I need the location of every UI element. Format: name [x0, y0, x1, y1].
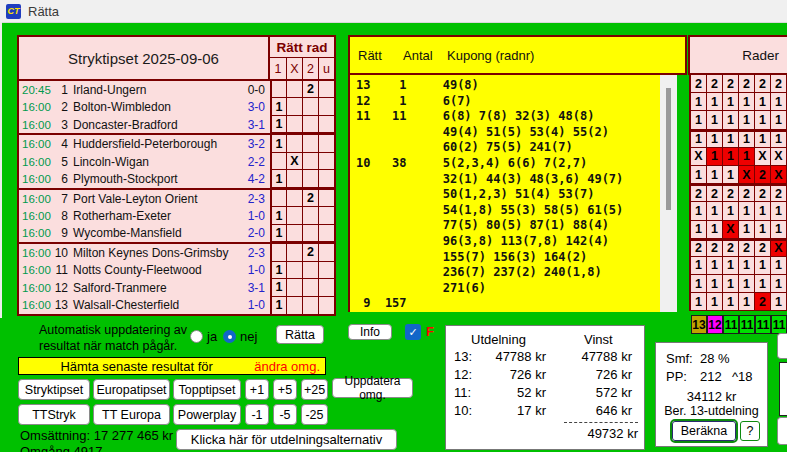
rader-cell: 1: [707, 275, 723, 293]
result-mark-cell: [318, 297, 334, 314]
match-teams: Irland-Ungern: [68, 81, 238, 98]
cutoff-button-bottom[interactable]: [777, 417, 787, 445]
match-number: 3: [51, 116, 68, 133]
radio-ja[interactable]: [190, 330, 203, 343]
payout-alternatives-button[interactable]: Klicka här för utdelningsalternativ: [176, 429, 397, 450]
rader-cell: 1: [707, 148, 723, 166]
result-mark-cell: [286, 116, 302, 133]
rader-cell: 1: [707, 130, 723, 148]
rader-cell: 1: [739, 148, 755, 166]
auto-update-label: Automatisk uppdatering av resultat när m…: [39, 322, 199, 354]
rader-cell: 1: [691, 202, 707, 220]
rader-cell: X: [771, 148, 787, 166]
ratta-button[interactable]: Rätta: [276, 325, 324, 344]
rader-cell: X: [771, 166, 787, 184]
result-mark-cell: 2: [302, 244, 318, 261]
match-teams: Huddersfield-Peterborough: [68, 135, 238, 152]
topptipset-button[interactable]: Topptipset: [173, 379, 241, 400]
f-checkbox[interactable]: ✓: [405, 324, 421, 340]
match-table: Stryktipset 2025-09-06 Rätt rad 1 X 2 u …: [17, 35, 336, 316]
info-button[interactable]: Info: [348, 324, 392, 340]
match-time: 16:00: [19, 225, 51, 242]
cutoff-button-top[interactable]: [777, 333, 787, 359]
rader-cell: 1: [739, 275, 755, 293]
result-mark-cell: [286, 262, 302, 279]
match-teams: Bolton-Wimbledon: [68, 98, 238, 115]
result-mark-cell: [302, 153, 318, 170]
help-button[interactable]: ?: [740, 421, 760, 441]
plus5-button[interactable]: +5: [273, 379, 297, 400]
result-mark-cell: 2: [302, 190, 318, 207]
payout-row: 11:52 kr572 kr: [446, 383, 644, 401]
europatipset-button[interactable]: Europatipset: [93, 379, 170, 400]
update-round-button[interactable]: Uppdatera omg.: [332, 378, 413, 398]
win-amount: 47788 kr: [546, 349, 632, 364]
rader-cell: 1: [691, 257, 707, 275]
match-rows: 20:451Irland-Ungern0-0216:002Bolton-Wimb…: [19, 81, 334, 314]
sign-headers: 1 X 2 u: [270, 58, 334, 79]
rader-cell: 1: [755, 257, 771, 275]
rader-cell: 1: [771, 257, 787, 275]
match-score: 3-2: [238, 135, 270, 152]
rader-cell: 1: [771, 111, 787, 129]
estimated-amount: 34112 kr: [656, 389, 767, 404]
tteuropa-button[interactable]: TT Europa: [93, 404, 170, 425]
ratt-rad-header: Rätt rad 1 X 2 u: [268, 37, 334, 79]
smf-label: Smf:: [666, 351, 693, 366]
scrollbar[interactable]: [660, 75, 677, 312]
match-teams: Plymouth-Stockport: [68, 170, 238, 187]
result-mark-cell: [286, 207, 302, 224]
powerplay-button[interactable]: Powerplay: [173, 404, 241, 425]
result-mark-cell: [302, 207, 318, 224]
col-kupong: Kupong (radnr): [447, 48, 534, 63]
result-mark-cell: [270, 153, 286, 170]
match-teams: Port Vale-Leyton Orient: [68, 190, 238, 207]
result-mark-cell: [286, 244, 302, 261]
match-row: 16:0010Milton Keynes Dons-Grimsby2-32: [19, 242, 334, 261]
result-mark-cell: 1: [270, 279, 286, 296]
result-mark-cell: [270, 81, 286, 98]
ttstryk-button[interactable]: TTStryk: [18, 404, 90, 425]
radio-nej-label[interactable]: nej: [240, 329, 257, 344]
match-time: 16:00: [19, 262, 51, 279]
rader-cell: 1: [691, 166, 707, 184]
plus25-button[interactable]: +25: [301, 379, 328, 400]
result-mark-cell: [318, 244, 334, 261]
match-number: 10: [51, 244, 68, 261]
rader-cell: 2: [691, 184, 707, 202]
match-time: 16:00: [19, 170, 51, 187]
match-row: 16:0013Walsall-Chesterfield1-01: [19, 297, 334, 314]
pp-exponent: ^18: [732, 369, 753, 384]
match-time: 20:45: [19, 81, 51, 98]
auto-update-line1: Automatisk uppdatering av: [39, 322, 199, 338]
scrollbar-thumb[interactable]: [666, 88, 671, 210]
minus5-button[interactable]: -5: [273, 404, 297, 425]
rader-cell: 1: [723, 93, 739, 111]
payout-panel: Utdelning Vinst 13:47788 kr47788 kr12:72…: [445, 325, 645, 450]
calculate-button[interactable]: Beräkna: [672, 421, 736, 441]
rader-cell: 1: [707, 166, 723, 184]
match-number: 9: [51, 225, 68, 242]
rader-cell: 2: [739, 239, 755, 257]
rader-cell: 1: [771, 293, 787, 311]
match-number: 5: [51, 153, 68, 170]
stryktipset-button[interactable]: Stryktipset: [18, 379, 90, 400]
minus25-button[interactable]: -25: [301, 404, 328, 425]
payout-amount: 726 kr: [486, 367, 546, 382]
correct-count: 13: [691, 315, 707, 334]
plus1-button[interactable]: +1: [245, 379, 269, 400]
correct-count: 11: [723, 315, 739, 334]
result-mark-cell: [318, 135, 334, 152]
turnover-text: Omsättning: 17 277 465 kr: [20, 428, 173, 443]
match-teams: Notts County-Fleetwood: [68, 262, 238, 279]
radio-ja-label[interactable]: ja: [207, 329, 217, 344]
kupong-results: 13 1 49(8) 12 1 6(7) 11 11 6(8) 7(8) 32(…: [348, 75, 677, 312]
rader-cell: X: [771, 239, 787, 257]
radio-nej[interactable]: [223, 330, 236, 343]
correct-count: 11: [739, 315, 755, 334]
result-mark-cell: [286, 170, 302, 187]
rader-cell: 1: [755, 202, 771, 220]
rader-cell: 1: [739, 130, 755, 148]
minus1-button[interactable]: -1: [245, 404, 269, 425]
result-mark-cell: [302, 279, 318, 296]
